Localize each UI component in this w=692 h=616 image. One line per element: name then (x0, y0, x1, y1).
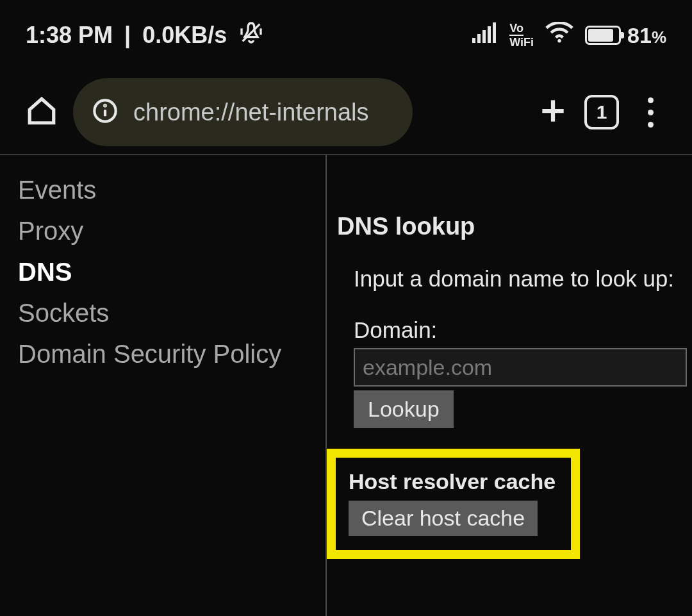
svg-rect-5 (482, 30, 486, 43)
battery-indicator: 81% (585, 23, 666, 48)
dns-lookup-title: DNS lookup (337, 213, 692, 240)
domain-input[interactable] (354, 348, 687, 387)
info-icon (92, 98, 118, 126)
svg-rect-6 (488, 26, 491, 43)
dns-lookup-instruction: Input a domain name to look up: (337, 266, 692, 292)
content-area: Events Proxy DNS Sockets Domain Security… (0, 155, 692, 616)
tab-count-button[interactable]: 1 (584, 95, 619, 129)
sidebar-item-domain-security-policy[interactable]: Domain Security Policy (18, 333, 308, 374)
sidebar-item-sockets[interactable]: Sockets (18, 292, 308, 333)
svg-rect-7 (493, 22, 496, 43)
sidebar-item-dns[interactable]: DNS (18, 251, 308, 292)
main-panel: DNS lookup Input a domain name to look u… (327, 155, 692, 616)
status-time: 1:38 PM (26, 22, 113, 49)
status-bar: 1:38 PM | 0.0KB/s Vo WiFi (0, 0, 692, 71)
home-icon[interactable] (26, 95, 58, 129)
status-right: Vo WiFi 81% (472, 22, 666, 49)
svg-rect-4 (477, 34, 481, 43)
wifi-icon (545, 22, 573, 49)
svg-point-8 (557, 39, 561, 42)
host-resolver-cache-highlight: Host resolver cache Clear host cache (327, 449, 580, 559)
battery-percent: 81 (627, 23, 652, 47)
status-separator: | (124, 22, 131, 49)
svg-line-0 (243, 24, 260, 41)
url-text: chrome://net-internals (133, 99, 369, 126)
browser-toolbar: chrome://net-internals 1 (0, 71, 692, 154)
tab-count-value: 1 (597, 101, 607, 123)
host-resolver-cache-title: Host resolver cache (349, 469, 558, 494)
battery-icon (585, 26, 621, 45)
clear-host-cache-button[interactable]: Clear host cache (349, 501, 538, 536)
menu-icon[interactable] (634, 97, 666, 128)
sidebar: Events Proxy DNS Sockets Domain Security… (0, 155, 327, 616)
svg-rect-3 (472, 38, 475, 43)
url-bar[interactable]: chrome://net-internals (73, 78, 413, 146)
battery-unit: % (652, 28, 666, 47)
mute-icon (238, 20, 264, 51)
status-data-rate: 0.0KB/s (142, 22, 227, 49)
sidebar-item-events[interactable]: Events (18, 169, 308, 210)
lookup-button[interactable]: Lookup (354, 390, 454, 428)
signal-icon (472, 22, 498, 49)
svg-point-11 (104, 105, 106, 106)
domain-label: Domain: (337, 317, 692, 343)
status-left: 1:38 PM | 0.0KB/s (26, 20, 264, 51)
new-tab-icon[interactable] (537, 95, 569, 129)
sidebar-item-proxy[interactable]: Proxy (18, 210, 308, 251)
vowifi-icon: Vo WiFi (509, 22, 534, 48)
